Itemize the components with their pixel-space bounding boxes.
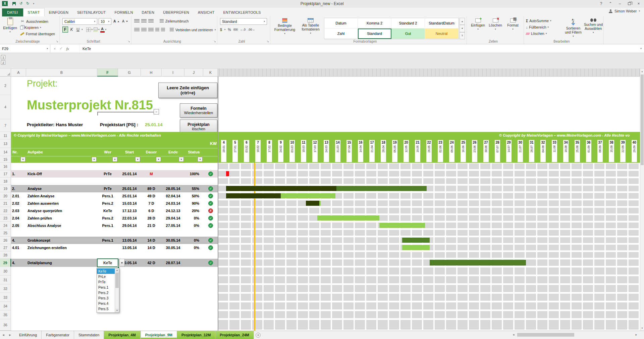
tab-scroll-right-icon[interactable]: ► bbox=[7, 331, 13, 339]
style-neutral[interactable]: Neutral bbox=[425, 29, 459, 39]
cell-I24[interactable]: 27.05.14 bbox=[162, 222, 184, 229]
style-komma-2[interactable]: Komma 2 bbox=[358, 18, 391, 29]
cell-J26[interactable]: 0% bbox=[184, 237, 203, 244]
cell-A17[interactable]: 1. bbox=[11, 170, 26, 178]
week-header-22[interactable]: 2226.05 bbox=[426, 140, 432, 162]
scroll-right-icon[interactable]: ► bbox=[634, 333, 639, 336]
ribbon-display-options-button[interactable]: ⌃ bbox=[606, 0, 614, 7]
week-header-13[interactable]: 1324.03 bbox=[324, 140, 329, 162]
week-header-28[interactable]: 2807.07 bbox=[495, 140, 500, 162]
row-header-27[interactable]: 27 bbox=[0, 244, 11, 251]
cell-J27[interactable]: 0% bbox=[184, 244, 203, 251]
gantt-grid-row-31[interactable] bbox=[218, 276, 640, 283]
minimize-button[interactable]: – bbox=[616, 0, 624, 7]
formula-input[interactable]: KeTe bbox=[80, 44, 638, 53]
week-header-10[interactable]: 1003.03 bbox=[289, 140, 295, 162]
week-header-11[interactable]: 1110.03 bbox=[301, 140, 306, 162]
cell-G17[interactable]: 25.01.14 bbox=[118, 170, 141, 178]
column-letter-K[interactable]: K bbox=[203, 69, 218, 77]
selected-cell-F29[interactable]: KeTe bbox=[97, 258, 118, 267]
scroll-down-icon[interactable]: ▼ bbox=[640, 326, 644, 331]
format-cells-button[interactable]: ▦ Format ▾ bbox=[504, 18, 521, 31]
cell-H17[interactable]: M bbox=[141, 170, 162, 178]
column-letter-A[interactable]: A bbox=[11, 69, 26, 77]
row-header-34[interactable]: 34 bbox=[0, 302, 11, 310]
fill-color-button[interactable] bbox=[93, 28, 98, 32]
cell-H22[interactable]: 6 D bbox=[141, 207, 162, 214]
row-header-32[interactable]: 32 bbox=[0, 284, 11, 293]
week-header-30[interactable]: 3021.07 bbox=[518, 140, 523, 162]
decrease-indent-icon[interactable] bbox=[155, 28, 159, 32]
gantt-grid-row-35[interactable] bbox=[218, 311, 640, 318]
row-header-26[interactable]: 26 bbox=[0, 237, 11, 244]
qat-customize-chevron[interactable]: ▾ bbox=[33, 2, 34, 5]
gantt-grid-row-28[interactable] bbox=[218, 252, 640, 258]
cell-F24[interactable]: Pers.1 bbox=[97, 222, 118, 229]
week-header-18[interactable]: 1828.04 bbox=[381, 140, 386, 162]
align-middle-icon[interactable] bbox=[141, 19, 147, 23]
style-standard[interactable]: Standard bbox=[358, 29, 391, 39]
autofilter-button-F[interactable]: ▾ bbox=[112, 157, 117, 162]
cell-A19[interactable]: 2. bbox=[11, 185, 26, 192]
column-letter-F[interactable]: F bbox=[97, 69, 118, 77]
gantt-grid-row-32[interactable] bbox=[218, 285, 640, 292]
autosum-button[interactable]: ΣAutoSumme▾ bbox=[526, 19, 551, 23]
cell-H24[interactable]: 21 D bbox=[141, 222, 162, 229]
cell-I29[interactable]: 28.07.14 bbox=[162, 259, 184, 267]
row-header-19[interactable]: 19 bbox=[0, 185, 11, 192]
cut-button[interactable]: ✂Ausschneiden bbox=[20, 19, 48, 23]
autofilter-button-H[interactable]: ▾ bbox=[156, 157, 161, 162]
format-painter-button[interactable]: Format übertragen bbox=[20, 32, 55, 36]
sheet-tab-projektplan-24m[interactable]: Projektplan_24M bbox=[215, 331, 254, 339]
sheet-tab-einführung[interactable]: Einführung bbox=[15, 331, 42, 339]
week-header-14[interactable]: 1431.03 bbox=[335, 140, 340, 162]
row-header-24[interactable]: 24 bbox=[0, 222, 11, 229]
cell-F22[interactable]: KeTe bbox=[97, 207, 118, 214]
sheet-tab-stammdaten[interactable]: Stammdaten bbox=[74, 331, 104, 339]
cell-I21[interactable]: 24.03.14 bbox=[162, 200, 184, 207]
row-header-28[interactable]: 28 bbox=[0, 251, 11, 259]
select-all-corner[interactable] bbox=[0, 69, 11, 77]
collapse-group-button[interactable]: − bbox=[154, 109, 159, 114]
undo-icon[interactable]: ↺ bbox=[19, 1, 22, 6]
clear-button[interactable]: Löschen▾ bbox=[526, 32, 547, 36]
week-header-31[interactable]: 3128.07 bbox=[529, 140, 534, 162]
horizontal-scroll-thumb[interactable] bbox=[517, 333, 574, 337]
gantt-grid-row-21[interactable] bbox=[218, 200, 640, 206]
align-right-icon[interactable] bbox=[148, 28, 154, 32]
gantt-grid-row-34[interactable] bbox=[218, 302, 640, 309]
cell-G27[interactable]: 13.05.14 bbox=[118, 244, 141, 251]
grow-font-button[interactable]: A▲ bbox=[113, 19, 120, 23]
week-header-27[interactable]: 2730.06 bbox=[483, 140, 489, 162]
style-standarddatum[interactable]: StandardDatum bbox=[425, 18, 459, 29]
gallery-more-icon[interactable]: ⊻ bbox=[460, 32, 465, 39]
wrap-text-label[interactable]: Zeilenumbruch bbox=[165, 19, 189, 23]
week-header-19[interactable]: 1905.05 bbox=[392, 140, 397, 162]
dropdown-item-kete[interactable]: KeTe bbox=[97, 269, 115, 274]
align-center-icon[interactable] bbox=[141, 28, 147, 32]
scroll-up-icon[interactable]: ▲ bbox=[640, 69, 644, 74]
row-header-30[interactable]: 30 bbox=[0, 267, 11, 276]
week-header-7[interactable]: 710.02 bbox=[255, 140, 261, 162]
row-header-4[interactable]: 4 bbox=[0, 95, 11, 119]
dropdown-item-pers-1[interactable]: Pers.1 bbox=[97, 285, 115, 290]
shrink-font-button[interactable]: A▼ bbox=[122, 19, 128, 23]
merge-center-label[interactable]: Verbinden und zentrieren bbox=[175, 28, 213, 32]
row-header-7[interactable]: 7 bbox=[0, 119, 11, 132]
cell-A22[interactable]: 2.03 bbox=[11, 207, 26, 214]
column-letter-H[interactable]: H bbox=[141, 69, 162, 77]
help-button[interactable]: ? bbox=[597, 0, 605, 7]
redo-icon[interactable]: ↻ bbox=[26, 1, 29, 6]
ribbon-tab-einfügen[interactable]: EINFÜGEN bbox=[45, 8, 73, 16]
increase-indent-icon[interactable] bbox=[161, 28, 165, 32]
gantt-grid-row-22[interactable] bbox=[218, 208, 640, 213]
delete-cells-button[interactable]: × Löschen ▾ bbox=[487, 18, 504, 31]
week-header-33[interactable]: 3311.08 bbox=[552, 140, 557, 162]
row-header-33[interactable]: 33 bbox=[0, 293, 11, 302]
cell-A21[interactable]: 2.02 bbox=[11, 200, 26, 207]
gantt-grid-row-16[interactable] bbox=[218, 163, 640, 169]
row-header-35[interactable]: 35 bbox=[0, 310, 11, 319]
cell-J19[interactable]: 55% bbox=[184, 185, 203, 192]
cell-I27[interactable]: 30.05.14 bbox=[162, 244, 184, 251]
cell-I20[interactable]: 02.04.14 bbox=[162, 192, 184, 200]
